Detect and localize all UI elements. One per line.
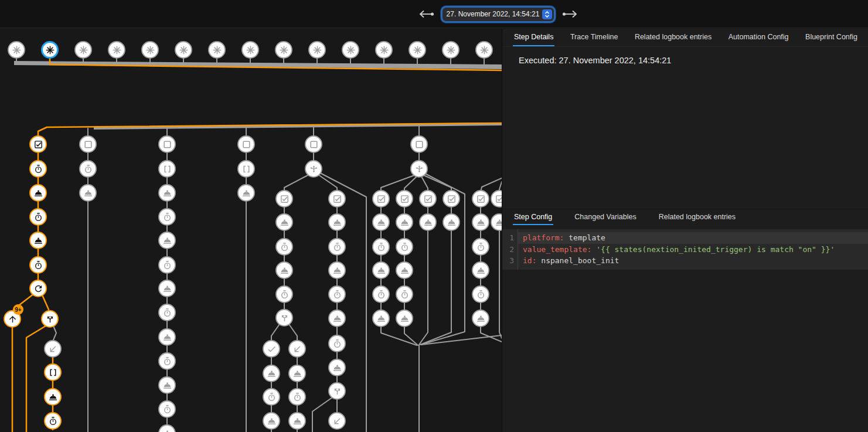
trace-node-checkbox[interactable]: [442, 190, 460, 208]
trace-node-dome[interactable]: [472, 309, 489, 327]
trace-node-timer[interactable]: [158, 400, 176, 418]
trace-node-dome[interactable]: [396, 213, 413, 231]
trace-node-timer[interactable]: [328, 285, 346, 303]
trace-node-timer[interactable]: [158, 256, 176, 274]
trace-node-dome[interactable]: [328, 309, 346, 327]
tab-trace-timeline[interactable]: Trace Timeline: [569, 29, 619, 46]
trace-node-dome[interactable]: [79, 184, 97, 202]
trace-node-timer[interactable]: [29, 208, 47, 226]
trace-node-asterisk[interactable]: [308, 41, 326, 59]
previous-trace-button[interactable]: [417, 9, 435, 19]
trace-node-square[interactable]: [305, 135, 322, 153]
trace-node-brackets[interactable]: [158, 160, 176, 178]
trace-node-asterisk[interactable]: [208, 41, 226, 59]
trace-node-checkbox[interactable]: [472, 190, 489, 208]
trace-node-dome[interactable]: [288, 412, 306, 430]
trace-node-checkbox[interactable]: [328, 190, 346, 208]
trace-node-timer[interactable]: [372, 285, 390, 303]
trace-node-call-split[interactable]: [275, 309, 293, 326]
trace-node-refresh[interactable]: [29, 280, 47, 297]
trace-node-dome[interactable]: [29, 232, 47, 249]
trace-node-dome[interactable]: [372, 261, 390, 279]
trace-node-square[interactable]: [79, 135, 97, 153]
trace-node-dome[interactable]: [419, 213, 437, 231]
trace-node-asterisk[interactable]: [375, 41, 393, 59]
trace-node-dome[interactable]: [29, 184, 47, 202]
trace-node-timer[interactable]: [372, 238, 390, 256]
trace-node-checkbox[interactable]: [419, 190, 437, 208]
tab-blueprint-config[interactable]: Blueprint Config: [804, 29, 859, 46]
trace-node-arrow-bottom-left[interactable]: [44, 340, 62, 358]
trace-node-check[interactable]: [263, 340, 280, 358]
trace-node-dome[interactable]: [275, 261, 293, 279]
trace-node-dome[interactable]: [237, 184, 255, 202]
trace-node-dome[interactable]: [275, 213, 293, 231]
trace-node-dome[interactable]: [263, 412, 280, 430]
trace-node-timer[interactable]: [44, 412, 62, 430]
trace-node-asterisk[interactable]: [74, 41, 92, 59]
next-trace-button[interactable]: [561, 9, 579, 19]
trace-node-asterisk[interactable]: [175, 41, 192, 59]
trace-node-asterisk[interactable]: [241, 41, 259, 59]
trace-node-timer[interactable]: [275, 285, 293, 303]
trace-node-asterisk[interactable]: [442, 41, 459, 59]
tab-step-details[interactable]: Step Details: [513, 29, 554, 46]
trace-node-dome[interactable]: [158, 376, 176, 394]
trace-node-asterisk[interactable]: [475, 41, 493, 59]
trace-node-dome[interactable]: [396, 309, 413, 327]
trace-node-asterisk[interactable]: [275, 41, 292, 59]
trace-node-timer[interactable]: [263, 388, 280, 406]
trace-node-timer[interactable]: [29, 256, 47, 274]
trace-node-dome[interactable]: [396, 261, 413, 279]
trace-node-dome[interactable]: [442, 213, 460, 231]
subtab-related-logbook-entries[interactable]: Related logbook entries: [658, 209, 737, 225]
trace-node-call-split[interactable]: [328, 382, 346, 400]
trace-node-checkbox[interactable]: [275, 190, 293, 208]
tab-related-logbook-entries[interactable]: Related logbook entries: [634, 29, 713, 46]
trace-node-dome[interactable]: [158, 328, 176, 346]
trace-node-dome[interactable]: [158, 280, 176, 297]
trace-node-brackets[interactable]: [44, 363, 62, 381]
trace-node-dome[interactable]: [472, 261, 489, 279]
trace-node-asterisk[interactable]: [342, 41, 359, 59]
trace-node-square[interactable]: [410, 135, 428, 153]
subtab-changed-variables[interactable]: Changed Variables: [573, 209, 637, 225]
trace-node-timer[interactable]: [472, 238, 489, 256]
trace-node-asterisk[interactable]: [108, 41, 125, 59]
trace-node-timer[interactable]: [158, 208, 176, 226]
trace-node-arrow-bottom-left[interactable]: [328, 412, 346, 430]
trace-timestamp-select[interactable]: 27. November 2022, 14:54:21: [442, 8, 554, 21]
trace-node-dome[interactable]: [44, 388, 62, 406]
trace-node-dome[interactable]: [372, 309, 390, 327]
trace-node-dome[interactable]: [328, 261, 346, 279]
trace-node-asterisk[interactable]: [409, 41, 426, 59]
trace-node-call-split[interactable]: [41, 310, 59, 328]
trace-node-dome[interactable]: [263, 365, 280, 382]
trace-node-dome[interactable]: [288, 365, 306, 382]
trace-node-brackets[interactable]: [237, 160, 255, 178]
trace-node-square[interactable]: [237, 135, 255, 153]
trace-node-timer[interactable]: [396, 285, 413, 303]
trace-node-dome[interactable]: [158, 232, 176, 249]
trace-node-checkbox[interactable]: [396, 190, 413, 208]
trace-node-choose[interactable]: [410, 160, 428, 178]
trace-node-dome[interactable]: [372, 213, 390, 231]
yaml-code-editor[interactable]: 123platform: templatevalue_template: '{{…: [502, 229, 868, 270]
trace-node-timer[interactable]: [288, 388, 306, 406]
trace-node-dome[interactable]: [328, 359, 346, 376]
trace-node-arrow-bottom-left[interactable]: [288, 340, 306, 358]
trace-node-timer[interactable]: [29, 160, 47, 178]
tab-automation-config[interactable]: Automation Config: [727, 29, 790, 46]
trace-node-timer[interactable]: [328, 238, 346, 256]
trace-node-dome[interactable]: [472, 213, 489, 231]
trace-node-asterisk[interactable]: [8, 41, 25, 59]
trace-node-square[interactable]: [158, 135, 176, 153]
trace-node-timer[interactable]: [79, 160, 97, 178]
trace-node-choose[interactable]: [305, 160, 322, 178]
trace-node-checkbox[interactable]: [372, 190, 390, 208]
trace-node-timer[interactable]: [396, 238, 413, 256]
trace-node-dome[interactable]: [328, 213, 346, 231]
trace-node-asterisk[interactable]: [141, 41, 159, 59]
subtab-step-config[interactable]: Step Config: [513, 209, 553, 225]
trace-node-timer[interactable]: [158, 352, 176, 370]
